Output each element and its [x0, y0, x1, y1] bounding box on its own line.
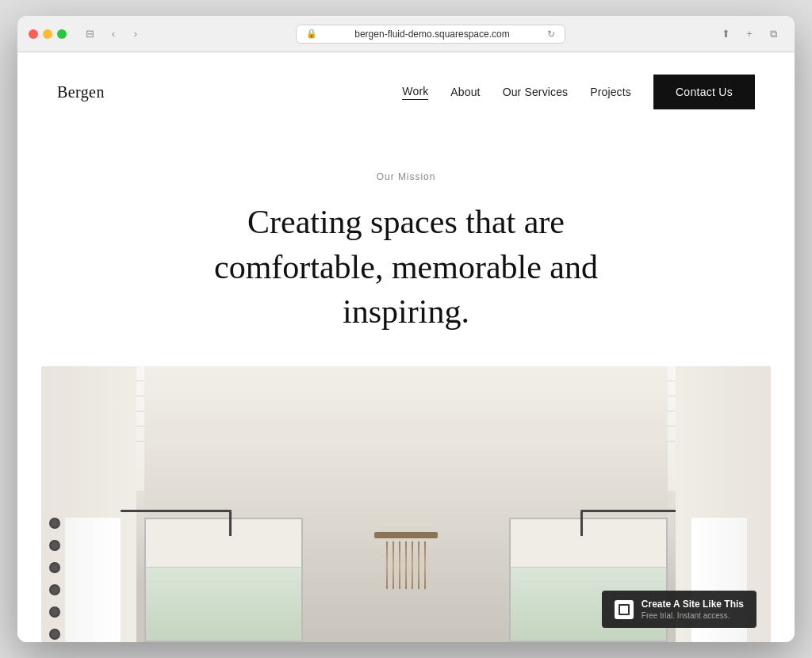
hero-label: Our Mission: [49, 171, 763, 182]
site-nav: Work About Our Services Projects Contact…: [402, 75, 755, 109]
ring-6: [49, 629, 60, 640]
hero-section: Our Mission Creating spaces that are com…: [17, 132, 795, 366]
nav-item-our-services[interactable]: Our Services: [503, 86, 569, 98]
address-bar: 🔒 bergen-fluid-demo.squarespace.com ↻: [154, 25, 707, 44]
macrame-string-6: [418, 541, 419, 589]
minimize-button[interactable]: [43, 29, 52, 39]
curtain-rings: [49, 518, 60, 640]
ring-5: [49, 606, 60, 618]
browser-chrome: ⊟ ‹ › 🔒 bergen-fluid-demo.squarespace.co…: [17, 16, 795, 52]
window-left: [144, 518, 303, 642]
badge-subtitle: Free trial. Instant access.: [642, 611, 744, 620]
macrame-bar: [374, 532, 438, 538]
lock-icon: 🔒: [306, 29, 317, 39]
curtain-rod-right: [580, 510, 691, 512]
macrame-decoration: [374, 532, 438, 589]
macrame-strings: [386, 541, 426, 589]
fullscreen-button[interactable]: [57, 29, 67, 39]
squarespace-logo-icon: [615, 600, 634, 619]
address-bar-input[interactable]: 🔒 bergen-fluid-demo.squarespace.com ↻: [296, 25, 565, 44]
nav-item-projects[interactable]: Projects: [590, 86, 631, 98]
share-icon: ⬆: [722, 28, 730, 40]
back-button[interactable]: ‹: [103, 25, 124, 43]
ring-1: [49, 518, 60, 529]
macrame-string-1: [386, 541, 388, 589]
macrame-string-2: [393, 541, 394, 589]
new-tab-icon: +: [746, 28, 753, 40]
window-left-blind: [146, 519, 301, 568]
window-right-blind: [511, 519, 666, 568]
room-image: Create A Site Like This Free trial. Inst…: [41, 366, 771, 642]
macrame-string-7: [424, 541, 426, 589]
share-button[interactable]: ⬆: [715, 25, 736, 43]
contact-us-button[interactable]: Contact Us: [653, 75, 755, 109]
website-content: Bergen Work About Our Services Projects …: [17, 52, 795, 642]
browser-controls: ⊟ ‹ ›: [79, 25, 146, 43]
windows-icon: ⧉: [770, 28, 777, 40]
nav-item-about[interactable]: About: [450, 86, 480, 98]
curtain-rod-bracket-right: [580, 512, 583, 536]
new-tab-button[interactable]: +: [739, 25, 760, 43]
browser-nav: ‹ ›: [103, 25, 146, 43]
hero-title: Creating spaces that are comfortable, me…: [200, 200, 612, 335]
url-text: bergen-fluid-demo.squarespace.com: [322, 29, 542, 40]
macrame-string-4: [405, 541, 407, 589]
site-header: Bergen Work About Our Services Projects …: [17, 52, 795, 132]
forward-icon: ›: [134, 28, 137, 40]
browser-window: ⊟ ‹ › 🔒 bergen-fluid-demo.squarespace.co…: [17, 16, 795, 642]
macrame-string-3: [399, 541, 400, 589]
browser-actions: ⬆ + ⧉: [715, 25, 783, 43]
sidebar-toggle-button[interactable]: ⊟: [79, 25, 100, 43]
sidebar-icon: ⊟: [86, 28, 94, 40]
windows-button[interactable]: ⧉: [763, 25, 783, 43]
badge-text: Create A Site Like This Free trial. Inst…: [642, 599, 744, 620]
squarespace-badge[interactable]: Create A Site Like This Free trial. Inst…: [602, 591, 756, 628]
back-icon: ‹: [112, 28, 115, 40]
forward-button[interactable]: ›: [125, 25, 146, 43]
badge-title: Create A Site Like This: [642, 599, 744, 610]
ring-3: [49, 562, 60, 573]
macrame-string-5: [412, 541, 413, 589]
refresh-icon[interactable]: ↻: [547, 29, 555, 40]
squarespace-logo-inner: [619, 604, 630, 615]
ring-2: [49, 540, 60, 551]
curtain-rod-bracket-left: [229, 512, 232, 536]
curtain-rod-left: [121, 510, 232, 512]
traffic-lights: [29, 29, 67, 39]
curtain-fabric-left: [65, 518, 121, 642]
room-image-section: Create A Site Like This Free trial. Inst…: [41, 366, 771, 642]
site-logo[interactable]: Bergen: [57, 83, 105, 101]
nav-item-work[interactable]: Work: [402, 85, 428, 100]
ring-4: [49, 584, 60, 595]
close-button[interactable]: [29, 29, 38, 39]
